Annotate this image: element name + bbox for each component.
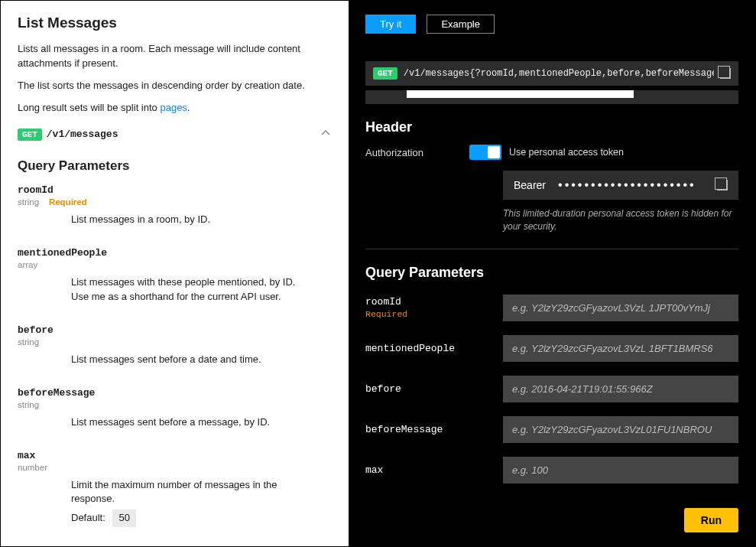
qp-row-before: before <box>365 376 738 402</box>
max-input[interactable] <box>503 457 738 484</box>
param-before: before string List messages sent before … <box>18 324 332 367</box>
masked-token: ••••••••••••••••••••• <box>558 178 696 192</box>
desc-line-3: Long result sets will be split into page… <box>18 101 332 116</box>
roomid-input[interactable] <box>503 295 738 321</box>
divider <box>365 249 738 249</box>
before-input[interactable] <box>503 376 738 402</box>
try-it-panel: Try it Example GET /v1/messages{?roomId,… <box>349 1 755 546</box>
run-button[interactable]: Run <box>684 508 738 532</box>
copy-token-icon[interactable] <box>717 180 728 190</box>
url-scrollbar[interactable] <box>365 90 738 104</box>
page-title: List Messages <box>18 15 332 31</box>
personal-token-toggle[interactable] <box>469 145 501 160</box>
tab-try-it[interactable]: Try it <box>365 15 416 34</box>
method-badge: GET <box>18 129 42 141</box>
qp-heading-right: Query Parameters <box>365 265 738 281</box>
query-params-heading: Query Parameters <box>18 158 332 174</box>
url-bar: GET /v1/messages{?roomId,mentionedPeople… <box>365 61 738 86</box>
copy-icon[interactable] <box>720 68 731 79</box>
header-section-title: Header <box>365 119 738 135</box>
pages-link[interactable]: pages <box>160 102 187 113</box>
method-badge-right: GET <box>373 67 397 80</box>
default-value-box: 50 <box>112 510 135 527</box>
tab-example[interactable]: Example <box>427 15 495 34</box>
auth-label: Authorization <box>365 147 423 158</box>
param-max: max number Limit the maximum number of m… <box>18 450 332 528</box>
qp-row-roomid: roomId Required <box>365 295 738 321</box>
beforemessage-input[interactable] <box>503 416 738 443</box>
desc-line-2: The list sorts the messages in descendin… <box>18 79 332 93</box>
auth-row: Authorization Use personal access token <box>365 145 738 160</box>
desc-line-1: Lists all messages in a room. Each messa… <box>18 42 332 71</box>
qp-row-beforemessage: beforeMessage <box>365 416 738 443</box>
documentation-panel: List Messages Lists all messages in a ro… <box>1 1 349 546</box>
qp-row-max: max <box>365 457 738 484</box>
qp-row-mentionedpeople: mentionedPeople <box>365 335 738 362</box>
endpoint-path: /v1/messages <box>47 129 118 140</box>
request-url: /v1/messages{?roomId,mentionedPeople,bef… <box>404 68 714 79</box>
endpoint-row[interactable]: GET /v1/messages <box>18 127 332 142</box>
param-beforemessage: beforeMessage string List messages sent … <box>18 387 332 430</box>
tabs: Try it Example <box>365 15 738 34</box>
param-mentionedpeople: mentionedPeople array List messages with… <box>18 247 332 304</box>
auth-note: This limited-duration personal access to… <box>503 207 738 233</box>
toggle-label: Use personal access token <box>509 147 624 158</box>
chevron-up-icon[interactable] <box>320 127 332 142</box>
mentionedpeople-input[interactable] <box>503 335 738 362</box>
param-roomid: roomId string Required List messages in … <box>18 184 332 227</box>
bearer-token-box: Bearer ••••••••••••••••••••• <box>503 171 738 200</box>
